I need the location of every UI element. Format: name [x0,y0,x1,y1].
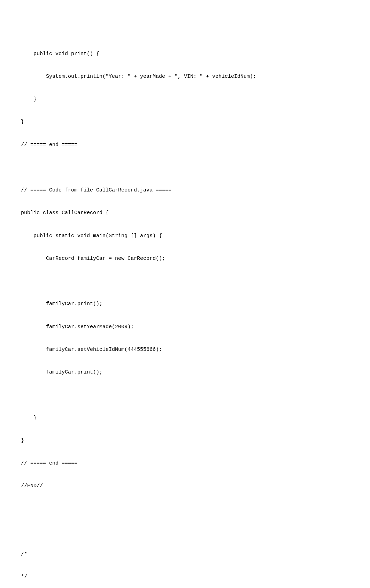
code-line: // ===== Code from file CallCarRecord.ja… [21,187,349,194]
code-line: /* [21,551,349,558]
code-line: } [21,118,349,126]
code-line: public class CallCarRecord { [21,209,349,217]
code-line: familyCar.print(); [21,369,349,376]
code-line: System.out.println("Year: " + yearMade +… [21,73,349,81]
code-line: familyCar.setYearMade(2009); [21,323,349,331]
code-line [21,391,349,399]
code-line: familyCar.setVehicleIdNum(444555666); [21,346,349,354]
code-line [21,505,349,513]
code-line: public void print() { [21,50,349,58]
code-line [21,278,349,285]
code-line: } [21,414,349,422]
code-line: familyCar.print(); [21,300,349,308]
code-listing: public void print() { System.out.println… [21,35,349,588]
code-line: // ===== end ===== [21,141,349,149]
code-line: CarRecord familyCar = new CarRecord(); [21,255,349,263]
code-line: */ [21,573,349,581]
code-line: // ===== end ===== [21,460,349,467]
code-line: } [21,96,349,103]
code-line [21,528,349,536]
code-line [21,164,349,172]
code-line: //END// [21,482,349,490]
code-line: public static void main(String [] args) … [21,232,349,240]
code-line: } [21,437,349,445]
